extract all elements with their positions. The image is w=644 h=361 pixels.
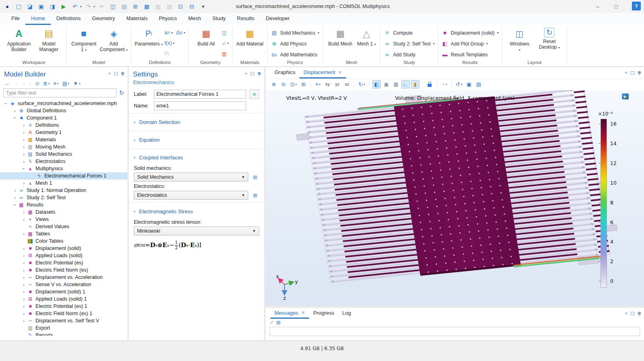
tree-item[interactable]: ≈Derived Values: [0, 223, 127, 230]
view-xy-icon[interactable]: xy: [323, 80, 332, 89]
chevron-down-icon[interactable]: ›: [4, 101, 8, 106]
study2-button[interactable]: ∞Study 2: Self Test▾: [384, 39, 434, 49]
material-color-icon[interactable]: ◧: [372, 80, 381, 89]
tree-item[interactable]: ›⊞Applied Loads (solid) 1: [0, 295, 127, 303]
float-panel-icon[interactable]: [631, 71, 634, 74]
up-icon[interactable]: ↑: [23, 80, 25, 87]
zoom-out-icon[interactable]: ⊖: [279, 80, 288, 89]
move-icon[interactable]: ⊞: [131, 2, 140, 11]
tree-item[interactable]: ›■Displacement (solid): [0, 245, 127, 252]
copy-icon[interactable]: ◫: [108, 2, 118, 11]
rename-icon[interactable]: ≡: [249, 89, 259, 99]
menu-tab-file[interactable]: File: [6, 13, 25, 25]
tree-item[interactable]: ›■Electric Potential (es): [0, 259, 127, 266]
group-view-icon[interactable]: ▤▾: [62, 80, 69, 87]
plot-thumbnail-icon[interactable]: ▶: [622, 93, 629, 99]
menu-tab-geometry[interactable]: Geometry: [86, 13, 120, 25]
application-builder-button[interactable]: AApplication Builder: [5, 27, 33, 52]
tree-item[interactable]: ›▦Materials: [0, 136, 127, 143]
tree-item[interactable]: ›∼Displacement vs. Self Test V: [0, 317, 127, 324]
messages-output[interactable]: [270, 327, 640, 336]
name-field[interactable]: [154, 101, 246, 110]
go-to-view-icon[interactable]: ⌖▾: [314, 80, 322, 89]
chevron-right-icon[interactable]: ›: [21, 260, 27, 265]
menu-tab-home[interactable]: Home: [25, 13, 51, 25]
float-panel-icon[interactable]: [114, 72, 118, 75]
expand-list-icon[interactable]: ≡▾: [53, 80, 58, 87]
tree-item[interactable]: ›■Electric Potential (es) 1: [0, 303, 127, 310]
show-color-legend-icon[interactable]: ▮: [411, 80, 420, 89]
rotate-icon[interactable]: ↻▾: [357, 80, 366, 89]
chevron-right-icon[interactable]: ›: [12, 195, 18, 200]
comsol-logo-icon[interactable]: ●: [2, 2, 12, 11]
chevron-right-icon[interactable]: ›: [21, 311, 27, 316]
tab-displacement[interactable]: Displacement✕: [299, 67, 346, 78]
chevron-right-icon[interactable]: ›: [21, 137, 27, 142]
graphics-canvas[interactable]: VtestL=0 V, VtestR=2 V Volume: Displacem…: [266, 90, 644, 306]
tree-item[interactable]: ›▦Tables: [0, 230, 127, 237]
forward-icon[interactable]: →: [14, 80, 19, 87]
compute-button[interactable]: =Compute: [384, 28, 434, 38]
chevron-right-icon[interactable]: ›: [21, 152, 27, 157]
chevron-right-icon[interactable]: ›: [21, 181, 27, 186]
pin-icon[interactable]: [638, 312, 641, 315]
chevron-right-icon[interactable]: ›: [12, 108, 18, 113]
tree-item[interactable]: ›■Electric Field Norm (es): [0, 266, 127, 274]
view-yz-icon[interactable]: yz: [333, 80, 341, 89]
update-plot-icon[interactable]: ↺▾: [455, 80, 463, 89]
customize-icon[interactable]: ▾: [198, 2, 208, 11]
menu-tab-developer[interactable]: Developer: [260, 13, 295, 25]
zoom-box-icon[interactable]: ⊡▾: [289, 80, 298, 89]
add-mathematics-button[interactable]: ΔuAdd Mathematics: [271, 50, 319, 60]
electrostatics-select[interactable]: Electrostatics▼: [134, 191, 248, 200]
chevron-right-icon[interactable]: ›: [21, 144, 27, 149]
appearance-icon[interactable]: ◔▾: [440, 80, 449, 89]
graphics-3d-scene[interactable]: [266, 90, 644, 306]
tab-log[interactable]: Log: [338, 308, 355, 319]
tree-item[interactable]: ›◈surface_micromachined_accelerometer.mp…: [0, 100, 127, 107]
close-icon[interactable]: ✕: [338, 70, 342, 75]
panel-menu-icon[interactable]: ▾: [625, 70, 627, 75]
unselect-icon[interactable]: ▧: [164, 2, 174, 11]
save-as-icon[interactable]: ◨: [48, 2, 57, 11]
menu-tab-study[interactable]: Study: [207, 13, 231, 25]
tree-item[interactable]: ›⊞Applied Loads (solid): [0, 252, 127, 259]
section-domain-selection[interactable]: ›Domain Selection: [134, 116, 259, 128]
add-plot-group-button[interactable]: ◧Add Plot Group▾: [441, 39, 499, 49]
windows-button[interactable]: ◫Windows▾: [505, 27, 534, 52]
select-icon[interactable]: ▨: [153, 2, 163, 11]
help-icon[interactable]: ?: [632, 2, 641, 10]
maximize-icon[interactable]: □: [607, 0, 625, 13]
chevron-right-icon[interactable]: ›: [21, 231, 27, 236]
menu-tab-definitions[interactable]: Definitions: [51, 13, 87, 25]
tree-item[interactable]: ›ϟElectrostatics: [0, 158, 127, 165]
parameters-button[interactable]: PiParameters ▾: [135, 27, 163, 47]
tree-item[interactable]: ›■Component 1: [0, 114, 127, 122]
tree-item[interactable]: ›∞Study 2: Self Test: [0, 194, 127, 201]
chevron-right-icon[interactable]: ›: [21, 210, 27, 215]
stress-tensor-select[interactable]: Minkowski▼: [134, 227, 259, 235]
menu-tab-results[interactable]: Results: [231, 13, 260, 25]
add-study-button[interactable]: ∞Add Study: [384, 50, 434, 60]
show-icon[interactable]: ⊙: [35, 80, 39, 87]
variables-button[interactable]: a=▾: [164, 28, 175, 37]
menu-tab-mesh[interactable]: Mesh: [183, 13, 207, 25]
mesh1-button[interactable]: △Mesh 1 ▾: [356, 27, 377, 47]
chevron-right-icon[interactable]: ›: [21, 275, 27, 280]
tree-item[interactable]: Color Tables: [0, 237, 127, 245]
chevron-right-icon[interactable]: ›: [21, 253, 27, 258]
result-templates-button[interactable]: ▬Result Templates: [441, 50, 499, 60]
chevron-right-icon[interactable]: ›: [21, 318, 27, 323]
back-icon[interactable]: ←: [5, 80, 10, 87]
undo-icon[interactable]: ↶: [70, 2, 80, 11]
section-coupled-interfaces[interactable]: ›Coupled Interfaces: [134, 152, 259, 163]
component-button[interactable]: ■Component 1 ▾: [70, 27, 98, 52]
tree-item[interactable]: ›≡Definitions: [0, 122, 127, 129]
chevron-right-icon[interactable]: ›: [21, 297, 27, 301]
solid-mechanics-select[interactable]: Solid Mechanics▼: [134, 173, 248, 182]
livelink-button[interactable]: ⇄▾: [222, 38, 229, 48]
pin-icon[interactable]: [638, 71, 641, 74]
chevron-right-icon[interactable]: ›: [21, 159, 27, 164]
chevron-down-icon[interactable]: ›: [12, 202, 17, 208]
section-equation[interactable]: ›Equation: [134, 134, 259, 146]
